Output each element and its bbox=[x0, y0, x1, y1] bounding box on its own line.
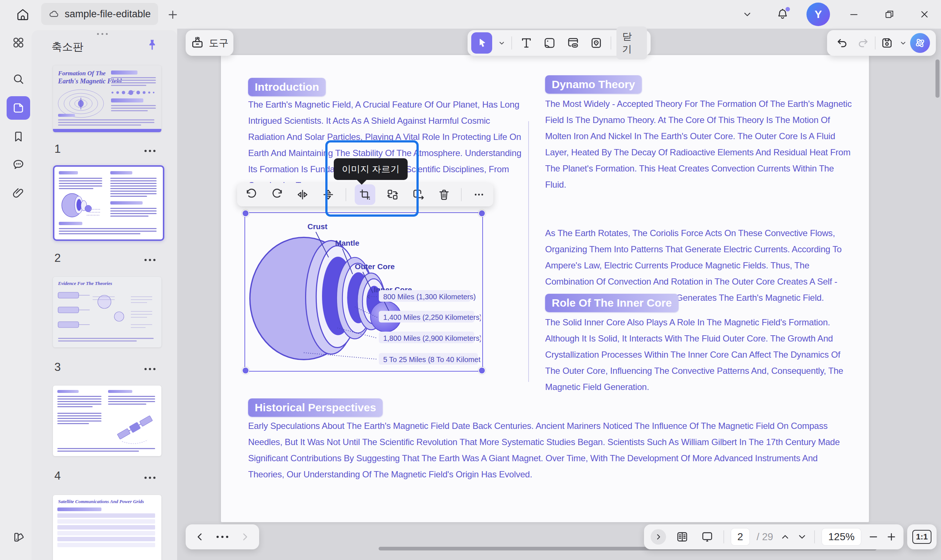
dynamo-heading: Dynamo Theory bbox=[545, 75, 642, 94]
close-icon bbox=[919, 9, 930, 20]
main-tool-pill: 닫기 bbox=[467, 30, 651, 56]
page-4-more-button[interactable] bbox=[142, 471, 158, 484]
selection-handle-top-right[interactable] bbox=[478, 210, 486, 217]
image-tool-button[interactable] bbox=[541, 34, 559, 52]
actual-size-button[interactable]: 1:1 bbox=[912, 530, 932, 544]
rotate-left-button[interactable] bbox=[243, 186, 260, 203]
zoom-in-button[interactable] bbox=[886, 531, 897, 542]
image-icon bbox=[543, 36, 556, 49]
rotate-right-button[interactable] bbox=[269, 186, 285, 203]
presentation-button[interactable] bbox=[698, 528, 716, 546]
more-options-button[interactable] bbox=[470, 186, 487, 203]
book-view-icon bbox=[676, 530, 689, 543]
panel-title: 축소판 bbox=[51, 40, 83, 54]
inner-core-heading: Role Of The Inner Core bbox=[545, 294, 679, 312]
presentation-icon bbox=[700, 530, 714, 543]
toolbar-divider bbox=[461, 188, 462, 201]
rail-item-bookmarks[interactable] bbox=[7, 125, 30, 148]
prev-page-button[interactable] bbox=[194, 531, 205, 542]
page-input[interactable]: 2 bbox=[731, 528, 750, 546]
vertical-scrollbar[interactable] bbox=[935, 60, 939, 98]
trash-icon bbox=[437, 188, 450, 201]
panel-drag-handle[interactable] bbox=[97, 33, 108, 35]
thumbnail-page-3[interactable]: Evidence For The Theories bbox=[53, 277, 161, 348]
stamp-tool-button[interactable] bbox=[587, 34, 605, 52]
planets-row bbox=[110, 88, 157, 96]
thumbnail-page-5[interactable]: Satellite Communications And Power Grids bbox=[53, 495, 161, 560]
home-button[interactable] bbox=[12, 5, 33, 25]
avatar[interactable]: Y bbox=[807, 3, 830, 26]
rail-item-comments[interactable] bbox=[7, 153, 30, 176]
next-page-button[interactable] bbox=[239, 531, 250, 542]
pin-button[interactable] bbox=[144, 37, 160, 53]
document-tab[interactable]: sample-file-editable bbox=[41, 3, 158, 25]
grid-icon bbox=[12, 36, 25, 49]
thumbnail-panel: 축소판 Formation Of The Earth's Magnetic Fi… bbox=[32, 30, 177, 560]
measurement-outer-core: 1,400 Miles (2,250 Kilometers) bbox=[383, 313, 481, 321]
notification-dot bbox=[785, 7, 790, 11]
ai-icon bbox=[913, 35, 927, 50]
titlebar-dropdown-button[interactable] bbox=[736, 3, 759, 26]
page-number-4: 4 bbox=[54, 469, 61, 483]
rail-item-search[interactable] bbox=[7, 67, 30, 91]
plus-icon bbox=[167, 8, 179, 21]
save-button[interactable] bbox=[878, 34, 896, 52]
expand-panel-button[interactable] bbox=[651, 529, 666, 545]
selection-handle-bottom-left[interactable] bbox=[242, 367, 249, 374]
toolbar-divider bbox=[875, 36, 876, 49]
column-divider bbox=[528, 121, 529, 382]
history-pill bbox=[827, 30, 936, 56]
ai-assistant-button[interactable] bbox=[910, 33, 930, 53]
close-tools-button[interactable]: 닫기 bbox=[616, 26, 647, 60]
nav-more-button[interactable] bbox=[216, 536, 228, 538]
titlebar: sample-file-editable Y bbox=[0, 0, 941, 29]
zoom-input[interactable]: 125% bbox=[822, 528, 861, 546]
minimize-icon bbox=[848, 9, 859, 20]
delete-image-button[interactable] bbox=[436, 186, 452, 203]
rail-item-pages[interactable] bbox=[7, 96, 30, 120]
tools-button[interactable]: 도구 bbox=[186, 30, 233, 56]
redo-button[interactable] bbox=[854, 34, 872, 52]
rotate-left-icon bbox=[245, 188, 258, 201]
selection-handle-top-left[interactable] bbox=[242, 210, 249, 217]
restore-button[interactable] bbox=[878, 3, 901, 26]
image-selection-box[interactable]: Crust Mantle Outer Core Inner Core 800 M… bbox=[244, 212, 483, 372]
select-tool-button[interactable] bbox=[471, 32, 492, 54]
page-up-button[interactable] bbox=[780, 532, 790, 542]
close-button[interactable] bbox=[913, 3, 936, 26]
thumbnail-page-1[interactable]: Formation Of The Earth's Magnetic Field bbox=[53, 65, 161, 132]
page-number-2: 2 bbox=[54, 252, 61, 265]
zoom-out-button[interactable] bbox=[868, 531, 879, 542]
link-tool-button[interactable] bbox=[564, 34, 582, 52]
page-3-more-button[interactable] bbox=[142, 363, 158, 375]
minimize-button[interactable] bbox=[842, 3, 865, 26]
page-view-button[interactable] bbox=[673, 528, 691, 546]
notifications-button[interactable] bbox=[771, 3, 794, 26]
tab-title: sample-file-editable bbox=[65, 8, 151, 20]
thumb1-title-line2: Earth's Magnetic Field bbox=[58, 77, 122, 85]
select-tool-chevron[interactable] bbox=[497, 38, 506, 48]
flip-horizontal-icon bbox=[296, 188, 309, 201]
new-tab-button[interactable] bbox=[165, 7, 181, 23]
link-icon bbox=[566, 36, 580, 49]
redo-icon bbox=[857, 37, 869, 49]
page-1-more-button[interactable] bbox=[142, 145, 158, 157]
rail-item-palette[interactable] bbox=[7, 526, 30, 549]
page-2-more-button[interactable] bbox=[142, 254, 158, 266]
save-chevron[interactable] bbox=[899, 38, 907, 48]
rail-item-apps[interactable] bbox=[7, 31, 30, 54]
page-down-button[interactable] bbox=[797, 532, 807, 542]
thumbnail-page-4[interactable] bbox=[53, 386, 161, 456]
thumb5-title: Satellite Communications And Power Grids bbox=[58, 498, 144, 505]
undo-button[interactable] bbox=[833, 34, 851, 52]
rail-item-attachments[interactable] bbox=[7, 182, 30, 205]
flip-horizontal-button[interactable] bbox=[294, 186, 311, 203]
pin-icon bbox=[145, 38, 159, 51]
ellipsis-icon bbox=[472, 188, 486, 201]
selection-handle-bottom-right[interactable] bbox=[478, 367, 486, 374]
restore-icon bbox=[884, 9, 895, 20]
toolbar-divider bbox=[611, 36, 611, 49]
text-icon bbox=[520, 36, 533, 49]
text-tool-button[interactable] bbox=[517, 34, 535, 52]
thumbnail-page-2[interactable] bbox=[53, 165, 164, 241]
